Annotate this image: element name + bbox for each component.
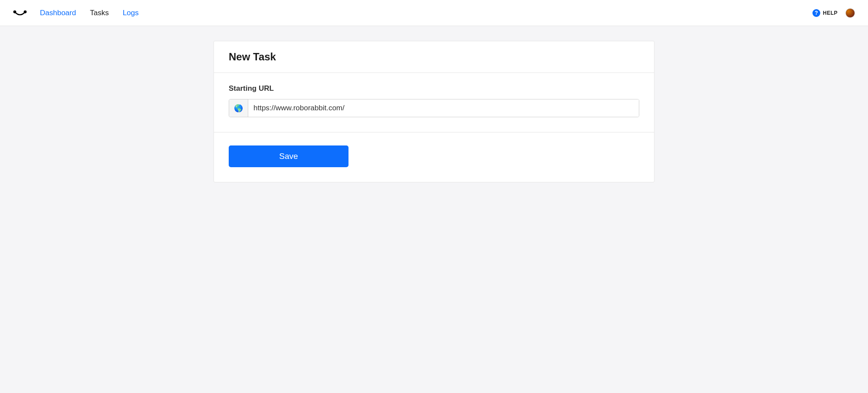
nav-tasks[interactable]: Tasks <box>90 9 108 17</box>
help-link[interactable]: ? HELP <box>812 9 838 17</box>
main-container: New Task Starting URL 🌎 Save <box>214 41 654 182</box>
help-icon: ? <box>812 9 820 17</box>
page-title: New Task <box>229 51 639 63</box>
card-header: New Task <box>214 41 654 73</box>
app-logo[interactable] <box>13 9 27 17</box>
globe-icon: 🌎 <box>229 99 248 117</box>
starting-url-label: Starting URL <box>229 84 639 93</box>
nav-logs[interactable]: Logs <box>123 9 139 17</box>
user-avatar[interactable] <box>845 8 855 18</box>
card-footer: Save <box>214 132 654 182</box>
app-header: Dashboard Tasks Logs ? HELP <box>0 0 868 26</box>
save-button[interactable]: Save <box>229 145 349 167</box>
logo-icon <box>13 9 27 17</box>
main-nav: Dashboard Tasks Logs <box>40 9 812 17</box>
help-label: HELP <box>823 10 838 16</box>
card-body: Starting URL 🌎 <box>214 73 654 132</box>
starting-url-input[interactable] <box>248 99 639 117</box>
nav-dashboard[interactable]: Dashboard <box>40 9 76 17</box>
url-input-group: 🌎 <box>229 99 639 117</box>
header-right: ? HELP <box>812 8 855 18</box>
new-task-card: New Task Starting URL 🌎 Save <box>214 41 654 182</box>
